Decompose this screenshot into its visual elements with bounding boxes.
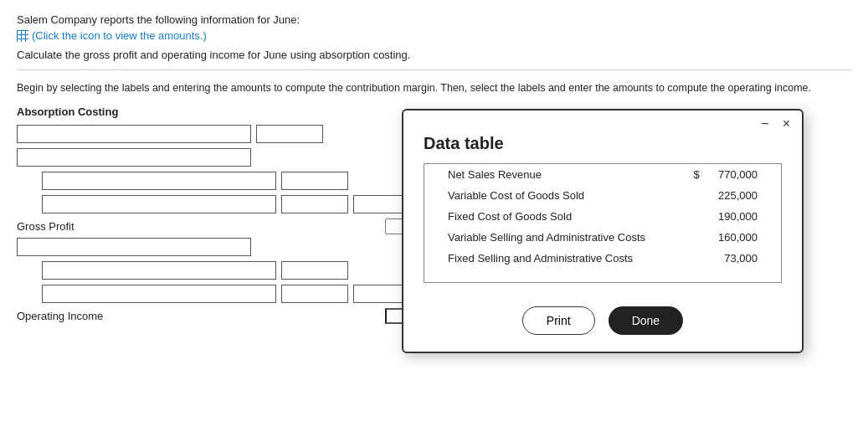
- grid-icon: [17, 30, 28, 42]
- calculate-text: Calculate the gross profit and operating…: [17, 49, 851, 61]
- row-4: [42, 195, 452, 213]
- table-cell-label: Net Sales Revenue: [444, 164, 691, 185]
- table-row: Variable Cost of Goods Sold 225,000: [444, 185, 761, 206]
- table-row: Net Sales Revenue $ 770,000: [444, 164, 761, 185]
- row7-amount-input[interactable]: [281, 285, 348, 303]
- data-table: Net Sales Revenue $ 770,000 Variable Cos…: [444, 164, 761, 269]
- table-cell-symbol: [691, 206, 706, 227]
- table-cell-symbol: $: [691, 164, 706, 185]
- row-5: [17, 238, 452, 256]
- table-cell-symbol: [691, 248, 706, 269]
- modal-footer: Print Done: [403, 300, 802, 352]
- row-6: [42, 261, 452, 280]
- row1-label-input[interactable]: [17, 125, 251, 143]
- row4-amount-input[interactable]: [281, 195, 348, 213]
- row3-label-input[interactable]: [42, 172, 276, 190]
- table-cell-symbol: [691, 227, 706, 248]
- table-cell-symbol: [691, 185, 706, 206]
- table-cell-label: Fixed Selling and Administrative Costs: [444, 248, 691, 269]
- row1-amount-input[interactable]: [256, 125, 323, 143]
- table-row: Fixed Cost of Goods Sold 190,000: [444, 206, 761, 227]
- table-cell-value: 190,000: [706, 206, 761, 227]
- row-1: [17, 125, 452, 143]
- table-cell-label: Fixed Cost of Goods Sold: [444, 206, 691, 227]
- row-7: [42, 285, 452, 303]
- row5-label-input[interactable]: [17, 238, 251, 256]
- table-row: Fixed Selling and Administrative Costs 7…: [444, 248, 761, 269]
- gross-profit-row: Gross Profit: [17, 218, 452, 234]
- row2-label-input[interactable]: [17, 148, 251, 167]
- table-cell-label: Variable Selling and Administrative Cost…: [444, 227, 691, 248]
- modal-header: − ×: [403, 110, 802, 134]
- row-3: [42, 172, 452, 190]
- modal-title: Data table: [403, 134, 802, 163]
- row7-label-input[interactable]: [42, 285, 276, 303]
- absorption-title: Absorption Costing: [17, 105, 452, 118]
- instruction-text: Begin by selecting the labels and enteri…: [17, 82, 851, 94]
- click-link-text: (Click the icon to view the amounts.): [32, 29, 207, 42]
- absorption-costing-section: Absorption Costing Gross Profit: [17, 105, 452, 324]
- data-table-modal: − × Data table Net Sales Revenue $ 770,0…: [402, 109, 804, 353]
- table-cell-value: 770,000: [706, 164, 761, 185]
- modal-close-button[interactable]: ×: [779, 117, 794, 131]
- table-row: Variable Selling and Administrative Cost…: [444, 227, 761, 248]
- table-cell-value: 73,000: [706, 248, 761, 269]
- row-2: [17, 148, 452, 167]
- modal-minimize-button[interactable]: −: [758, 117, 772, 131]
- done-button[interactable]: Done: [609, 306, 683, 335]
- row4-label-input[interactable]: [42, 195, 276, 213]
- gross-profit-label: Gross Profit: [17, 220, 74, 233]
- row6-amount-input[interactable]: [281, 261, 348, 280]
- table-cell-label: Variable Cost of Goods Sold: [444, 185, 691, 206]
- row6-label-input[interactable]: [42, 261, 276, 280]
- row3-amount-input[interactable]: [281, 172, 348, 190]
- table-cell-value: 160,000: [706, 227, 761, 248]
- operating-income-row: Operating Income: [17, 308, 452, 324]
- modal-table-wrapper: Net Sales Revenue $ 770,000 Variable Cos…: [424, 163, 782, 283]
- click-icon-link[interactable]: (Click the icon to view the amounts.): [17, 29, 207, 42]
- table-cell-value: 225,000: [706, 185, 761, 206]
- company-text: Salem Company reports the following info…: [17, 13, 851, 26]
- divider: [17, 69, 851, 70]
- operating-income-label: Operating Income: [17, 310, 103, 322]
- print-button[interactable]: Print: [522, 306, 595, 335]
